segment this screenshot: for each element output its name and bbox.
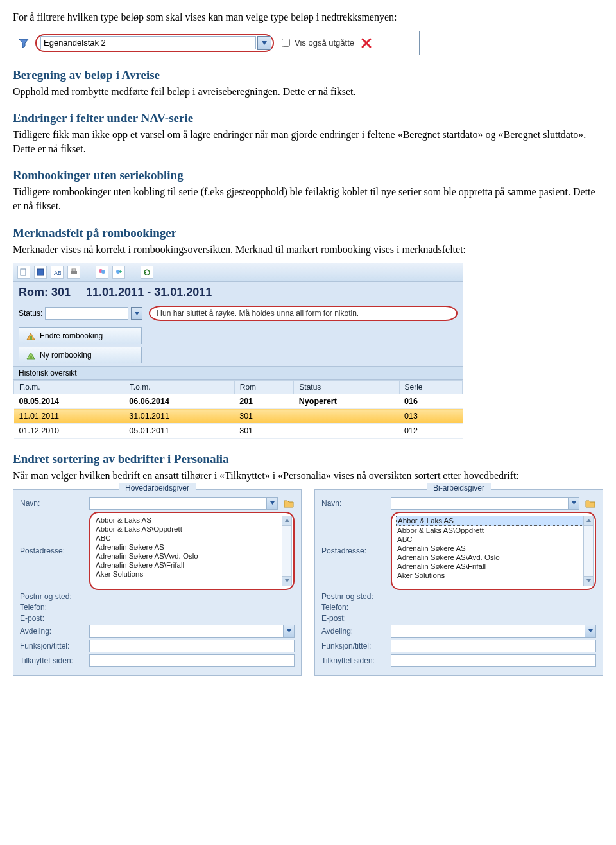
list-item[interactable]: Abbor & Laks AS [94,516,289,525]
bi-fieldset: Bi-arbeidsgiver Navn: Postadresse: Abbor… [314,489,603,676]
svg-rect-1 [37,269,44,275]
amount-type-dropdown[interactable]: Egenandelstak 2 [35,34,274,52]
save-icon[interactable] [34,266,47,279]
user-add-icon[interactable] [112,266,125,279]
edit-booking-button[interactable]: Endre rombooking [19,327,142,344]
status-dropdown[interactable] [45,307,128,320]
label-post: Postadresse: [321,546,386,555]
chevron-down-icon[interactable] [585,625,595,637]
new-booking-label: Ny rombooking [40,351,92,360]
list-item[interactable]: Adrenalin Søkere AS\Avd. Oslo [396,553,591,562]
history-table: F.o.m. T.o.m. Rom Status Serie 08.05.201… [13,380,463,439]
tilknyttet-input[interactable] [89,654,295,667]
funksjon-input[interactable] [391,640,596,652]
show-expired-check[interactable] [282,39,290,47]
users-icon[interactable] [96,266,108,279]
company-listbox-hoved[interactable]: Abbor & Laks ASAbbor & Laks AS\OppdrettA… [89,512,295,590]
body-avreise: Opphold med rombytte medførte feil beløp… [13,85,603,99]
heading-merknad: Merknadsfelt på rombookinger [13,226,603,240]
cell-tom: 31.01.2011 [124,409,234,424]
body-serie: Tidligere rombookinger uten kobling til … [13,185,603,213]
body-merknad: Merknader vises nå korrekt i rombookings… [13,243,603,257]
scroll-down-icon[interactable] [584,576,593,586]
table-row[interactable]: 08.05.201406.06.2014201Nyoperert016 [14,394,463,409]
folder-icon[interactable] [283,498,295,509]
bi-legend: Bi-arbeidsgiver [427,483,491,492]
col-rom[interactable]: Rom [234,381,294,394]
cell-status: Nyoperert [294,394,399,409]
history-subheading: Historisk oversikt [13,366,463,380]
list-item[interactable]: Abbor & Laks AS\Oppdrett [396,526,591,535]
new-doc-icon[interactable] [17,266,30,279]
list-item[interactable]: Adrenalin Søkere AS\Avd. Oslo [94,552,289,561]
hoved-fieldset: Hovedarbeidsgiver Navn: Postadresse: Abb… [13,489,302,676]
list-item[interactable]: Adrenalin Søkere AS\Frifall [396,562,591,571]
table-row[interactable]: 01.12.201005.01.2011301012 [14,424,463,439]
hoved-legend: Hovedarbeidsgiver [119,483,196,492]
col-tom[interactable]: T.o.m. [124,381,234,394]
list-item[interactable]: Adrenalin Søkere AS [94,543,289,552]
svg-rect-9 [30,356,32,359]
cell-serie: 012 [399,424,463,439]
employer-fieldsets: Hovedarbeidsgiver Navn: Postadresse: Abb… [13,489,603,676]
chevron-down-icon[interactable] [283,625,294,637]
svg-rect-3 [71,271,77,274]
folder-icon[interactable] [585,498,596,509]
list-item[interactable]: Adrenalin Søkere AS\Frifall [94,561,289,570]
note-field: Hun har sluttet å røyke. Må holdes unna … [149,306,458,321]
heading-serie: Rombookinger uten seriekobling [13,168,603,182]
scroll-up-icon[interactable] [584,516,593,526]
list-item[interactable]: ABC [94,534,289,543]
list-item[interactable]: Aker Solutions [396,571,591,580]
scrollbar[interactable] [282,516,292,586]
svg-point-6 [101,270,105,274]
panel-toolbar: AB [13,263,463,282]
navn-dropdown[interactable] [89,497,278,510]
col-status[interactable]: Status [294,381,399,394]
scroll-up-icon[interactable] [282,516,291,526]
print-icon[interactable] [67,266,80,279]
new-booking-button[interactable]: Ny rombooking [19,347,142,363]
room-panel: AB Rom: 301 11.01.2011 - 31.01.2011 Stat… [13,263,463,439]
clear-icon[interactable] [359,36,373,50]
room-label: Rom: [19,286,48,299]
body-nav: Tidligere fikk man ikke opp et varsel om… [13,128,603,155]
filter-toolbar: Egenandelstak 2 Vis også utgåtte [13,31,420,55]
show-expired-checkbox[interactable]: Vis også utgåtte [279,37,354,49]
chevron-down-icon[interactable] [131,307,142,320]
status-label: Status: [19,309,42,318]
chevron-down-icon[interactable] [257,36,271,50]
funnel-icon[interactable] [17,37,30,49]
funksjon-input[interactable] [89,640,295,652]
list-item[interactable]: ABC [396,535,591,544]
col-fom[interactable]: F.o.m. [14,381,124,394]
list-item[interactable]: Adrenalin Søkere AS [396,544,591,553]
cell-tom: 06.06.2014 [124,394,234,409]
body-sortering: Når man velger hvilken bedrift en ansatt… [13,469,603,483]
room-date-range: 11.01.2011 - 31.01.2011 [86,286,212,299]
navn-dropdown[interactable] [391,497,579,510]
chevron-down-icon[interactable] [266,498,277,509]
scroll-down-icon[interactable] [282,576,291,586]
list-item[interactable]: Aker Solutions [94,570,289,579]
show-expired-label: Vis også utgåtte [295,38,354,48]
intro-paragraph: For å filtrere hvilken type beløp som sk… [13,10,603,24]
chevron-down-icon[interactable] [568,498,579,509]
tilknyttet-input[interactable] [391,654,596,667]
cell-serie: 016 [399,394,463,409]
room-title-row: Rom: 301 11.01.2011 - 31.01.2011 [13,282,463,303]
list-item[interactable]: Abbor & Laks AS [396,516,591,526]
text-icon[interactable]: AB [51,266,64,279]
company-listbox-bi[interactable]: Abbor & Laks ASAbbor & Laks AS\OppdrettA… [391,512,596,590]
refresh-icon[interactable] [141,266,153,279]
label-funksjon: Funksjon/tittel: [321,641,386,650]
col-serie[interactable]: Serie [399,381,463,394]
list-item[interactable]: Abbor & Laks AS\Oppdrett [94,525,289,534]
avdeling-dropdown[interactable] [89,625,295,638]
label-postnr: Postnr og sted: [20,592,84,601]
cell-fom: 11.01.2011 [14,409,124,424]
label-funksjon: Funksjon/tittel: [20,641,84,650]
avdeling-dropdown[interactable] [391,625,596,638]
table-row[interactable]: 11.01.201131.01.2011301013 [14,409,463,424]
scrollbar[interactable] [583,516,594,586]
